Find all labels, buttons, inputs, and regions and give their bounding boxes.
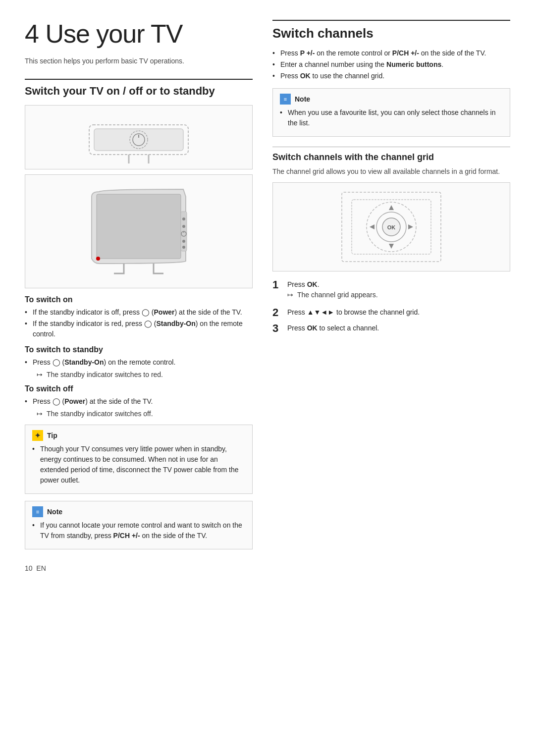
tip-header: ✦ Tip <box>32 430 245 441</box>
note-content-right: When you use a favourite list, you can o… <box>280 108 503 128</box>
step-2-num: 2 <box>272 307 282 318</box>
note-box-left: ≡ Note If you cannot locate your remote … <box>25 501 253 549</box>
step-1-content: Press OK. The channel grid appears. <box>287 279 378 302</box>
intro-text: This section helps you perform basic TV … <box>25 57 253 65</box>
switch-on-label: To switch on <box>25 295 253 304</box>
note-text-right: When you use a favourite list, you can o… <box>280 108 503 128</box>
left-section-title: Switch your TV on / off or to standby <box>25 79 253 98</box>
svg-point-13 <box>182 240 185 243</box>
step-3-num: 3 <box>272 323 282 334</box>
note-text-left: If you cannot locate your remote control… <box>32 520 245 541</box>
tv-side-svg <box>84 182 193 281</box>
svg-point-9 <box>182 217 185 220</box>
tip-content: Though your TV consumes very little powe… <box>32 444 245 486</box>
step-3: 3 Press OK to select a channel. <box>272 323 510 334</box>
step-3-content: Press OK to select a channel. <box>287 323 379 333</box>
tv-top-image <box>25 105 253 169</box>
svg-marker-25 <box>408 224 413 229</box>
note-header-right: ≡ Note <box>280 94 503 105</box>
note-box-right: ≡ Note When you use a favourite list, yo… <box>272 88 510 137</box>
tip-star-icon: ✦ <box>32 430 43 441</box>
step-2-action: Press ▲▼◄► to browse the channel grid. <box>287 307 420 318</box>
note-label-right: Note <box>295 95 310 103</box>
note-label-left: Note <box>47 508 62 516</box>
switch-on-list: If the standby indicator is off, press ◯… <box>25 307 253 339</box>
left-column: 4 Use your TV This section helps you per… <box>25 20 253 572</box>
note-content-left: If you cannot locate your remote control… <box>32 520 245 541</box>
step-2: 2 Press ▲▼◄► to browse the channel grid. <box>272 307 510 318</box>
switch-on-item-1: If the standby indicator is off, press ◯… <box>25 307 253 318</box>
tip-box: ✦ Tip Though your TV consumes very littl… <box>25 425 253 494</box>
step-3-action: Press OK to select a channel. <box>287 323 379 333</box>
svg-point-10 <box>182 225 185 228</box>
tv-top-svg <box>79 110 198 164</box>
channel-grid-title: Switch channels with the channel grid <box>272 147 510 162</box>
footer: 10 EN <box>25 564 253 572</box>
switch-off-list: Press ◯ (Power) at the side of the TV. <box>25 396 253 407</box>
switch-on-item-2: If the standby indicator is red, press ◯… <box>25 319 253 339</box>
svg-marker-22 <box>389 205 394 210</box>
svg-rect-7 <box>97 194 181 259</box>
switch-ch-item-3: Press OK to use the channel grid. <box>272 71 510 81</box>
step-1-result: The channel grid appears. <box>287 290 378 300</box>
tip-label: Tip <box>47 432 57 439</box>
step-1-num: 1 <box>272 279 282 290</box>
step-2-content: Press ▲▼◄► to browse the channel grid. <box>287 307 420 318</box>
tip-text: Though your TV consumes very little powe… <box>32 444 245 486</box>
switch-ch-item-1: Press P +/- on the remote control or P/C… <box>272 48 510 58</box>
right-section-title: Switch channels <box>272 20 510 41</box>
switch-standby-list: Press ◯ (Standby-On) on the remote contr… <box>25 357 253 368</box>
channel-grid-steps: 1 Press OK. The channel grid appears. 2 … <box>272 279 510 334</box>
switch-standby-item-1: Press ◯ (Standby-On) on the remote contr… <box>25 357 253 368</box>
note-icon-left: ≡ <box>32 506 43 517</box>
switch-off-item-1: Press ◯ (Power) at the side of the TV. <box>25 396 253 407</box>
channel-grid-description: The channel grid allows you to view all … <box>272 167 510 175</box>
svg-marker-23 <box>389 244 394 249</box>
svg-point-14 <box>182 246 185 249</box>
svg-rect-1 <box>94 129 183 151</box>
note-icon-right: ≡ <box>280 94 291 105</box>
svg-marker-24 <box>370 224 374 229</box>
tv-side-image <box>25 174 253 288</box>
svg-point-15 <box>96 257 100 261</box>
svg-text:OK: OK <box>387 224 396 230</box>
standby-result: The standby indicator switches to red. <box>25 371 253 378</box>
switch-channels-list: Press P +/- on the remote control or P/C… <box>272 48 510 81</box>
switch-standby-label: To switch to standby <box>25 345 253 354</box>
switch-off-result: The standby indicator switches off. <box>25 410 253 418</box>
note-header-left: ≡ Note <box>32 506 245 517</box>
switch-ch-item-2: Enter a channel number using the Numeric… <box>272 59 510 70</box>
chapter-title: 4 Use your TV <box>25 20 253 48</box>
right-column: Switch channels Press P +/- on the remot… <box>272 20 510 572</box>
step-1: 1 Press OK. The channel grid appears. <box>272 279 510 302</box>
channel-grid-svg: OK <box>337 187 446 267</box>
switch-off-label: To switch off <box>25 384 253 393</box>
step-1-action: Press OK. <box>287 279 378 290</box>
channel-grid-image: OK <box>272 182 510 271</box>
